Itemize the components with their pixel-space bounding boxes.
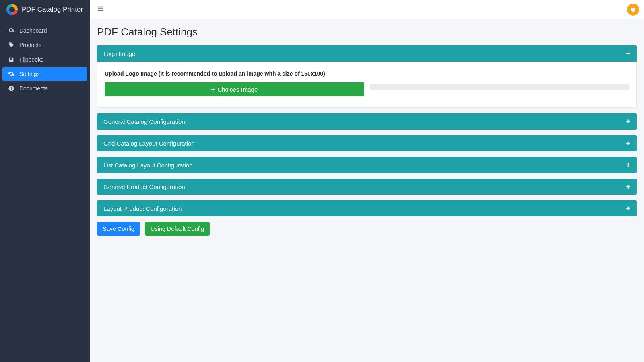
sidebar-item-documents[interactable]: Documents [2,82,87,95]
brand-logo-icon [6,4,18,15]
plus-icon: + [626,205,630,212]
sidebar-item-label: Settings [19,71,40,77]
default-config-button[interactable]: Using Default Config [145,222,210,236]
plus-icon: + [626,183,630,190]
sidebar-item-label: Documents [19,85,48,92]
sidebar-item-label: Flipbooks [19,56,43,63]
tag-icon [8,42,14,48]
sidebar-item-settings[interactable]: Settings [2,67,87,81]
topbar [90,0,644,19]
panel-header-list-layout[interactable]: List Catalog Layout Configuration + [97,157,637,173]
info-icon [8,85,14,92]
panel-title: Grid Catalog Layout Configuration [103,140,195,147]
page-title: PDF Catalog Settings [97,26,637,38]
panel-header-logo-image[interactable]: Logo Image − [97,45,637,62]
minus-icon: − [626,50,630,57]
sidebar-item-dashboard[interactable]: Dashboard [2,24,87,37]
logo-preview-placeholder [370,84,630,90]
sidebar-nav: Dashboard Products Flipbooks Settings Do… [0,20,90,100]
user-avatar[interactable] [627,4,639,16]
book-icon [8,56,14,63]
panel-title: List Catalog Layout Configuration [103,162,193,169]
plus-icon: + [211,85,215,93]
panel-header-general-product[interactable]: General Product Configuration + [97,179,637,195]
plus-icon: + [626,118,630,125]
menu-toggle-button[interactable] [95,3,107,16]
panel-title: General Product Configuration [103,183,185,190]
brand-title: PDF Catalog Printer [22,6,83,14]
main: PDF Catalog Settings Logo Image − Upload… [90,0,644,362]
choices-image-button[interactable]: + Choices Image [105,82,364,96]
gear-icon [8,71,14,77]
action-buttons: Save Config Using Default Config [97,222,637,236]
sidebar: PDF Catalog Printer Dashboard Products F… [0,0,90,362]
brand: PDF Catalog Printer [0,0,90,20]
panel-header-layout-product[interactable]: Layout Product Configuration + [97,200,637,216]
plus-icon: + [626,161,630,169]
upload-row: + Choices Image [105,82,629,96]
panel-general-product: General Product Configuration + [97,179,637,195]
plus-icon: + [626,140,630,147]
panel-grid-layout: Grid Catalog Layout Configuration + [97,135,637,151]
dashboard-icon [8,27,14,34]
panel-general-catalog: General Catalog Configuration + [97,113,637,130]
content: PDF Catalog Settings Logo Image − Upload… [90,19,644,242]
choices-image-label: Choices Image [217,86,258,93]
sidebar-item-label: Dashboard [19,27,47,34]
panel-list-layout: List Catalog Layout Configuration + [97,157,637,173]
panel-header-general-catalog[interactable]: General Catalog Configuration + [97,113,637,130]
panel-body-logo-image: Upload Logo Image (It is recommended to … [97,62,637,108]
panel-header-grid-layout[interactable]: Grid Catalog Layout Configuration + [97,135,637,151]
panel-logo-image: Logo Image − Upload Logo Image (It is re… [97,45,637,108]
panel-title: Layout Product Configuration [103,205,182,212]
sidebar-item-flipbooks[interactable]: Flipbooks [2,53,87,66]
sidebar-item-products[interactable]: Products [2,38,87,52]
panel-title: General Catalog Configuration [103,118,185,125]
upload-logo-label: Upload Logo Image (It is recommended to … [105,70,629,77]
save-config-button[interactable]: Save Config [97,222,140,236]
panel-layout-product: Layout Product Configuration + [97,200,637,216]
panel-title: Logo Image [103,50,135,57]
sidebar-item-label: Products [19,42,41,48]
